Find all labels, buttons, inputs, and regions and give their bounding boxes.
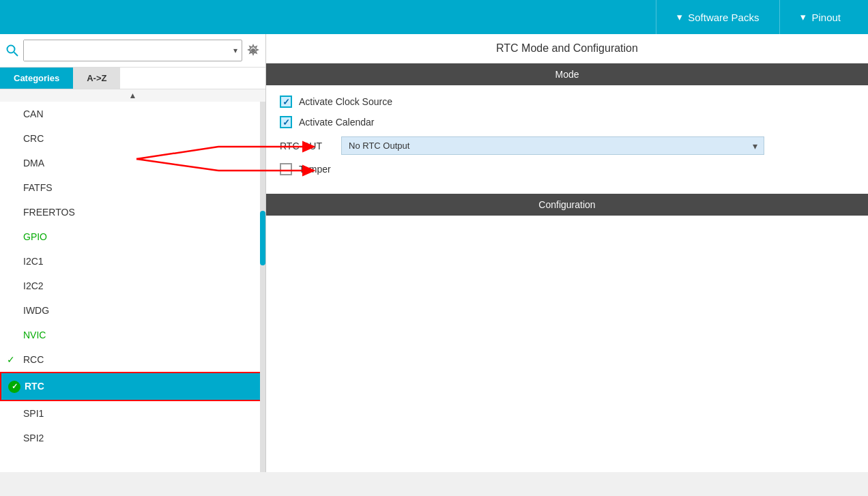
label-spi1: SPI1 bbox=[23, 408, 44, 419]
sidebar-scrollbar-thumb bbox=[260, 211, 265, 265]
software-packs-button[interactable]: ▾ Software Packs bbox=[656, 0, 779, 34]
label-rcc: RCC bbox=[23, 354, 44, 365]
list-item-spi1[interactable]: SPI1 bbox=[0, 401, 265, 426]
check-rtc: ✓ bbox=[8, 380, 20, 393]
label-iwdg: IWDG bbox=[23, 305, 49, 316]
label-crc: CRC bbox=[23, 133, 44, 144]
search-input[interactable] bbox=[24, 40, 229, 61]
list-item-dma[interactable]: DMA bbox=[0, 151, 265, 175]
sidebar-tabs: Categories A->Z bbox=[0, 68, 265, 89]
list-item-i2c1[interactable]: I2C1 bbox=[0, 249, 265, 274]
label-gpio: GPIO bbox=[23, 231, 47, 242]
top-bar: ▾ Software Packs ▾ Pinout bbox=[0, 0, 868, 34]
sidebar-list-inner: CAN CRC DMA FATFS FREERTOS bbox=[0, 102, 265, 450]
label-can: CAN bbox=[23, 108, 44, 119]
list-item-iwdg[interactable]: IWDG bbox=[0, 298, 265, 323]
check-rcc: ✓ bbox=[7, 354, 19, 365]
tamper-row: Tamper bbox=[280, 163, 854, 175]
svg-point-0 bbox=[8, 46, 15, 53]
activate-calendar-label: Activate Calendar bbox=[299, 117, 375, 128]
label-fatfs: FATFS bbox=[23, 182, 53, 193]
sidebar-scrollbar[interactable] bbox=[260, 102, 265, 472]
label-spi2: SPI2 bbox=[23, 433, 44, 443]
top-bar-right: ▾ Software Packs ▾ Pinout bbox=[656, 0, 861, 34]
tab-az[interactable]: A->Z bbox=[73, 68, 120, 89]
list-item-nvic[interactable]: NVIC bbox=[0, 323, 265, 347]
rtc-out-select-wrapper: No RTC Output bbox=[341, 136, 764, 155]
software-packs-label: Software Packs bbox=[688, 12, 759, 23]
activate-clock-source-row: ✓ Activate Clock Source bbox=[280, 96, 854, 108]
activate-clock-source-label: Activate Clock Source bbox=[299, 96, 392, 107]
rtc-out-row: RTC OUT No RTC Output bbox=[280, 136, 854, 155]
mode-section: ✓ Activate Clock Source ✓ Activate Calen… bbox=[266, 85, 868, 194]
rtc-out-label: RTC OUT bbox=[280, 141, 334, 151]
settings-button[interactable] bbox=[246, 44, 260, 57]
label-dma: DMA bbox=[23, 158, 44, 169]
config-section-header: Configuration bbox=[266, 194, 868, 216]
config-content bbox=[266, 216, 868, 229]
checkmark-clock: ✓ bbox=[283, 97, 290, 107]
sidebar-search: ▾ bbox=[0, 34, 265, 68]
tab-categories[interactable]: Categories bbox=[0, 68, 73, 89]
list-item-fatfs[interactable]: FATFS bbox=[0, 175, 265, 200]
checkmark-calendar: ✓ bbox=[283, 117, 290, 128]
label-i2c2: I2C2 bbox=[23, 280, 44, 291]
search-dropdown-button[interactable]: ▾ bbox=[229, 46, 242, 55]
label-nvic: NVIC bbox=[23, 330, 46, 340]
main-layout: ▾ Categories A->Z ▲ CAN bbox=[0, 34, 868, 472]
label-i2c1: I2C1 bbox=[23, 256, 44, 267]
activate-calendar-checkbox[interactable]: ✓ bbox=[280, 116, 292, 128]
activate-clock-source-checkbox[interactable]: ✓ bbox=[280, 96, 292, 108]
label-freertos: FREERTOS bbox=[23, 207, 75, 218]
scroll-up-arrow[interactable]: ▲ bbox=[129, 91, 137, 100]
scroll-up-indicator: ▲ bbox=[0, 89, 265, 102]
rtc-out-select[interactable]: No RTC Output bbox=[341, 136, 764, 155]
list-item-spi2[interactable]: SPI2 bbox=[0, 426, 265, 450]
label-rtc: RTC bbox=[25, 381, 44, 392]
list-item-rtc[interactable]: ✓ RTC bbox=[0, 372, 265, 401]
list-item-crc[interactable]: CRC bbox=[0, 126, 265, 151]
chevron-down-icon: ▾ bbox=[677, 11, 682, 23]
tamper-label: Tamper bbox=[299, 164, 331, 175]
search-icon bbox=[5, 44, 19, 57]
list-item-i2c2[interactable]: I2C2 bbox=[0, 274, 265, 298]
activate-calendar-row: ✓ Activate Calendar bbox=[280, 116, 854, 128]
svg-line-1 bbox=[14, 53, 18, 57]
list-item-can[interactable]: CAN bbox=[0, 102, 265, 126]
chevron-down-icon-2: ▾ bbox=[800, 11, 806, 23]
pinout-button[interactable]: ▾ Pinout bbox=[779, 0, 861, 34]
pinout-label: Pinout bbox=[811, 12, 841, 23]
sidebar-list: CAN CRC DMA FATFS FREERTOS bbox=[0, 102, 265, 472]
list-item-freertos[interactable]: FREERTOS bbox=[0, 200, 265, 224]
search-input-wrap: ▾ bbox=[23, 40, 242, 61]
content-title: RTC Mode and Configuration bbox=[266, 34, 868, 63]
list-item-rcc[interactable]: ✓ RCC bbox=[0, 347, 265, 372]
list-item-gpio[interactable]: GPIO bbox=[0, 224, 265, 249]
sidebar: ▾ Categories A->Z ▲ CAN bbox=[0, 34, 266, 472]
mode-section-header: Mode bbox=[266, 63, 868, 85]
tamper-checkbox[interactable] bbox=[280, 163, 292, 175]
content-area: RTC Mode and Configuration Mode ✓ Activa… bbox=[266, 34, 868, 472]
